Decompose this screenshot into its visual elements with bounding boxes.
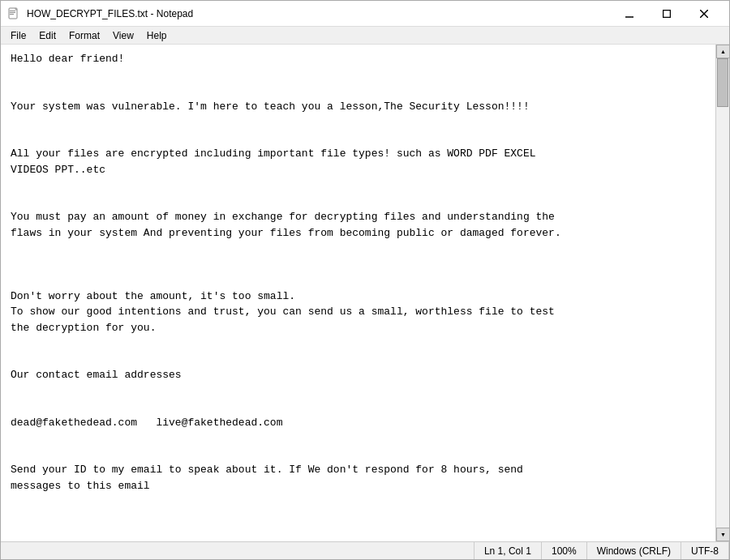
scrollbar-thumb[interactable]	[717, 58, 728, 107]
menu-help[interactable]: Help	[140, 27, 174, 45]
notepad-window: HOW_DECRYPT_FILES.txt - Notepad File Edi…	[0, 0, 730, 560]
vertical-scrollbar[interactable]: ▲ ▼	[715, 45, 729, 541]
scrollbar-track[interactable]	[716, 58, 729, 528]
scroll-up-button[interactable]: ▲	[716, 45, 729, 58]
menu-view[interactable]: View	[106, 27, 140, 45]
menu-bar: File Edit Format View Help	[1, 27, 729, 45]
menu-file[interactable]: File	[4, 27, 32, 45]
status-bar: Ln 1, Col 1 100% Windows (CRLF) UTF-8	[1, 541, 729, 559]
svg-rect-3	[10, 14, 14, 15]
content-area: Hello dear friend! Your system was vulne…	[1, 45, 729, 541]
svg-rect-1	[10, 11, 15, 11]
window-controls	[611, 1, 723, 27]
status-zoom: 100%	[542, 542, 587, 559]
status-encoding: UTF-8	[681, 542, 729, 559]
status-cursor: Ln 1, Col 1	[474, 542, 542, 559]
maximize-button[interactable]	[648, 1, 685, 27]
close-button[interactable]	[685, 1, 723, 27]
svg-rect-5	[663, 10, 671, 17]
title-bar: HOW_DECRYPT_FILES.txt - Notepad	[1, 1, 729, 27]
window-title: HOW_DECRYPT_FILES.txt - Notepad	[27, 8, 611, 19]
minimize-button[interactable]	[611, 1, 648, 27]
status-position	[1, 542, 474, 559]
app-icon	[7, 7, 20, 20]
menu-edit[interactable]: Edit	[32, 27, 62, 45]
scroll-down-button[interactable]: ▼	[716, 528, 729, 541]
menu-format[interactable]: Format	[62, 27, 106, 45]
svg-rect-2	[10, 12, 15, 13]
text-editor[interactable]: Hello dear friend! Your system was vulne…	[1, 45, 715, 541]
status-line-ending: Windows (CRLF)	[587, 542, 681, 559]
